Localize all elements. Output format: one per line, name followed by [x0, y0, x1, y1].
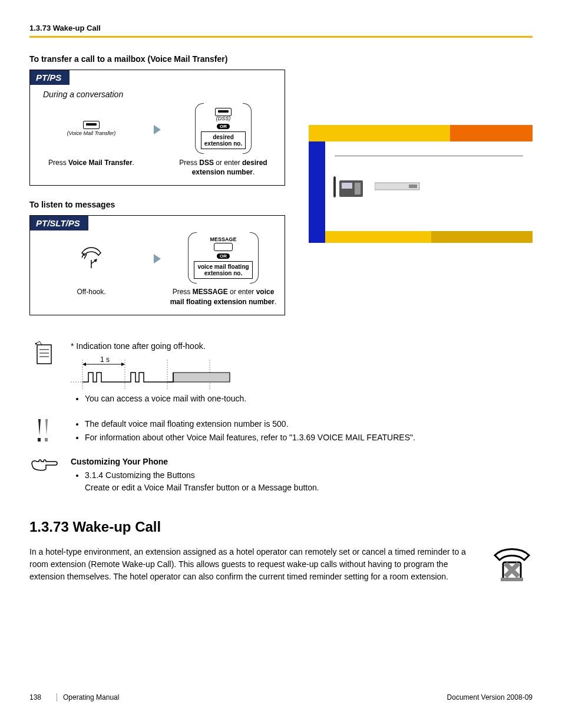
vm-transfer-heading: To transfer a call to a mailbox (Voice M… — [29, 54, 285, 64]
svg-marker-16 — [121, 363, 125, 366]
off-hook-icon — [78, 245, 104, 271]
page-header: 1.3.73 Wake-up Call — [29, 24, 533, 32]
listen-heading: To listen to messages — [29, 200, 285, 209]
tone-note-row: * Indication tone after going off-hook. … — [29, 340, 533, 406]
phone-cancel-icon — [491, 546, 533, 584]
footer-manual: Operating Manual — [63, 693, 447, 701]
customize-heading: Customizing Your Phone — [71, 456, 533, 468]
section-heading: 1.3.73 Wake-up Call — [29, 519, 533, 535]
bullet-default-500: The default voice mail floating extensio… — [85, 418, 533, 430]
page-footer: 138 Operating Manual Document Version 20… — [29, 693, 533, 701]
vm-key-label: (Voice Mail Transfer) — [67, 131, 116, 137]
pointing-hand-icon — [31, 456, 58, 473]
bullet-onetouch: You can access a voice mail with one-tou… — [85, 393, 533, 405]
footer-docver: Document Version 2008-09 — [447, 693, 533, 701]
tone-waveform-icon: 1 s — [71, 356, 236, 391]
svg-rect-5 — [409, 185, 417, 188]
dss-key-icon — [215, 108, 232, 116]
proc2-or-group: MESSAGE OR voice mail floatingextension … — [188, 232, 258, 284]
rack-unit-icon — [375, 180, 422, 192]
svg-rect-3 — [355, 183, 361, 195]
notepad-icon — [31, 340, 57, 368]
desk-phone-icon — [331, 172, 366, 200]
dss-key-label: (DSS) — [216, 116, 231, 122]
or-label: OR — [217, 253, 230, 259]
header-rule — [29, 36, 533, 38]
svg-rect-2 — [342, 183, 352, 189]
desired-ext-box: desiredextension no. — [201, 131, 246, 149]
message-key-label: MESSAGE — [210, 237, 236, 243]
svg-rect-21 — [501, 578, 523, 581]
bullet-vm-features-ref: For information about other Voice Mail f… — [85, 431, 533, 444]
promo-image — [309, 125, 533, 243]
section-body-row: In a hotel-type environment, an extensio… — [29, 546, 533, 584]
proc2-step2-callout: Press MESSAGE or enter voice mail floati… — [169, 281, 277, 306]
message-key-icon — [214, 243, 233, 251]
procedure-vm-transfer: PT/PS During a conversation (Voice Mail … — [29, 70, 285, 186]
arrow-icon — [154, 125, 161, 134]
customize-row: Customizing Your Phone 3.1.4 Customizing… — [29, 456, 533, 495]
proc1-tab: PT/PS — [30, 70, 70, 85]
voice-mail-transfer-key-icon — [83, 121, 100, 129]
bullets-1: You can access a voice mail with one-tou… — [71, 393, 533, 405]
svg-rect-19 — [45, 438, 48, 442]
proc1-step1-callout: Press Voice Mail Transfer. — [48, 152, 134, 167]
important-row: The default voice mail floating extensio… — [29, 417, 533, 445]
svg-point-9 — [35, 342, 37, 344]
tone-time-label: 1 s — [100, 356, 110, 364]
bullets-2: The default voice mail floating extensio… — [71, 418, 533, 444]
proc1-step2-callout: Press DSS or enter desired extension num… — [169, 152, 277, 177]
tone-note-text: * Indication tone after going off-hook. — [71, 340, 533, 353]
proc1-or-group: (DSS) OR desiredextension no. — [195, 103, 252, 154]
svg-marker-15 — [82, 363, 86, 366]
procedure-listen: PT/SLT/PS Off — [29, 215, 285, 315]
svg-rect-18 — [38, 438, 41, 442]
proc2-tab: PT/SLT/PS — [30, 216, 88, 230]
proc1-context: During a conversation — [30, 85, 285, 105]
or-label: OR — [217, 124, 230, 129]
arrow-icon — [154, 254, 161, 263]
page-number: 138 — [29, 693, 57, 701]
vm-float-ext-box: voice mail floatingextension no. — [194, 261, 252, 279]
exclamation-icon — [32, 417, 56, 445]
proc2-step1-callout: Off-hook. — [77, 281, 105, 297]
customize-line: 3.1.4 Customizing the Buttons Create or … — [85, 469, 533, 494]
section-body-text: In a hotel-type environment, an extensio… — [29, 546, 481, 583]
